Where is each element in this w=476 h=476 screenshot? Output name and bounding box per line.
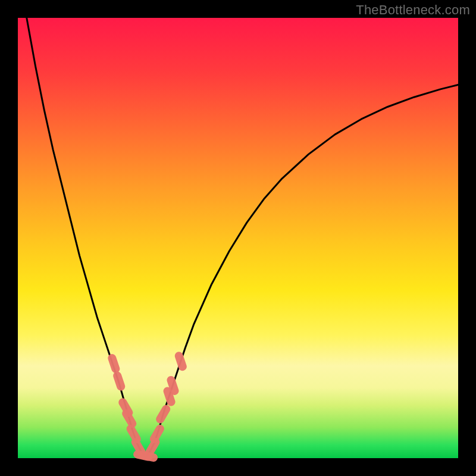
series-right-curve [146, 84, 458, 457]
marker-layer [112, 356, 182, 458]
curve-layer [27, 18, 458, 458]
marker-point [149, 442, 155, 452]
marker-point [154, 429, 160, 439]
plot-area [18, 18, 458, 458]
marker-point [171, 380, 174, 391]
marker-point [131, 429, 137, 439]
marker-point [126, 414, 132, 424]
marker-point [160, 409, 166, 419]
chart-svg [18, 18, 458, 458]
watermark-text: TheBottleneck.com [356, 2, 470, 18]
series-left-curve [27, 18, 146, 458]
chart-stage: TheBottleneck.com [0, 0, 476, 476]
marker-point [117, 376, 121, 387]
marker-point [112, 358, 115, 369]
marker-point [168, 391, 171, 402]
marker-point [179, 356, 183, 367]
